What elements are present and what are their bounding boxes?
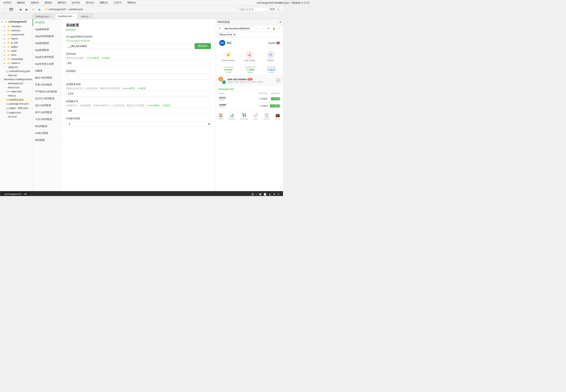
appvername-ios-link[interactable]: iOS配置 — [138, 87, 146, 90]
config-guide-link[interactable]: 配置指南 — [66, 28, 211, 32]
sidebar-item-packagelock[interactable]: [ ] package-lock.json — [0, 102, 32, 106]
sidebar-item-pages[interactable]: ▸ 📁 pages — [0, 45, 32, 49]
footer-exchange[interactable]: 💱 exchange — [240, 113, 248, 120]
price-card-deposit[interactable]: 💰 Quick deposit — [218, 51, 239, 62]
sidebar-item-favicon[interactable]: · favicon.ico — [0, 85, 32, 90]
bottom-close-button[interactable]: ✕ — [277, 193, 280, 196]
browser-back-button[interactable]: ← — [256, 26, 260, 31]
menu-tools[interactable]: 工具(T) — [112, 0, 123, 5]
menu-run[interactable]: 运行(R) — [70, 0, 82, 5]
browser-url-input[interactable] — [223, 26, 255, 31]
config-nav-kuaishou[interactable]: 快手小程序配置 — [33, 109, 61, 116]
settings-tab-close[interactable]: ✕ — [51, 15, 52, 17]
save-button[interactable]: 💾 — [8, 7, 14, 12]
sidebar-item-gitignore[interactable]: · .gitignore — [0, 65, 32, 69]
menu-edit[interactable]: 编辑(E) — [15, 0, 27, 5]
footer-markets[interactable]: 📊 Markets — [228, 113, 235, 120]
lang-selector[interactable]: English — [268, 42, 280, 44]
config-nav-h5[interactable]: h5配置 — [33, 68, 61, 74]
menu-find[interactable]: 查找(I) — [43, 0, 53, 5]
config-nav-appstart[interactable]: App启动界面配置 — [33, 33, 61, 40]
sidebar-item-appvue[interactable]: · App.vue — [0, 73, 32, 77]
price-card-lock[interactable]: 🔒 Lock mining — [239, 51, 260, 62]
star-button[interactable]: ☆ — [30, 7, 36, 12]
safe-arrow-button[interactable]: › — [276, 78, 281, 83]
bottom-down-button[interactable]: ▼ — [273, 193, 276, 196]
sidebar-item-hybrid[interactable]: ▸ 📁 hybrid — [0, 37, 32, 41]
bottom-up-button[interactable]: ▲ — [268, 193, 271, 196]
appname-ios-link[interactable]: iOS配置 — [102, 57, 110, 59]
run-button[interactable]: ▶ — [37, 7, 43, 12]
sidebar-item-static[interactable]: ▸ 📁 static — [0, 49, 32, 53]
config-nav-appplugin[interactable]: App原生插件配置 — [33, 54, 61, 61]
browser-reload-icon[interactable]: ↻ — [218, 26, 222, 31]
safe-banner[interactable]: ₿ T safe and reliable HOT support usdt. … — [216, 75, 283, 86]
menu-select[interactable]: 选择(S) — [29, 0, 41, 5]
config-nav-baidu[interactable]: 百度小程序配置 — [33, 81, 61, 88]
appid-refresh-button[interactable]: 重新获取 — [194, 43, 211, 49]
appname-input[interactable] — [66, 60, 211, 66]
footer-lever[interactable]: 📈 lever — [253, 113, 258, 120]
browser-star-button[interactable]: ☆ — [277, 26, 281, 31]
mainjs-tab-close[interactable]: ✕ — [90, 15, 91, 17]
breadcrumb-root[interactable]: exChangeUni37 — [49, 8, 66, 11]
sidebar-item-mainjs[interactable]: · main.js — [0, 94, 32, 98]
footer-contract[interactable]: 📋 contract — [263, 113, 270, 120]
sidebar-item-store[interactable]: ▸ 📁 store — [0, 53, 32, 57]
bottom-copy-button[interactable]: 📋 — [263, 193, 267, 196]
bottom-tab-console[interactable]: exChangeUni37 - H5 — [2, 192, 29, 196]
appvername-android-link[interactable]: Android配置 — [123, 87, 135, 90]
sidebar-item-uviewui[interactable]: ▸ 📁 uview-ui — [0, 61, 32, 65]
appvernum-input[interactable] — [66, 108, 211, 113]
config-nav-source[interactable]: 源码视图 — [33, 137, 61, 144]
bottom-clear-button[interactable]: 🗑 — [251, 193, 254, 196]
bottom-scroll-button[interactable]: ↕ — [256, 193, 257, 196]
tab-manifest[interactable]: manifest.json ✕ — [55, 14, 78, 19]
menu-publish[interactable]: 发行(U) — [84, 0, 96, 5]
config-nav-feishu[interactable]: 飞书小程序配置 — [33, 116, 61, 123]
filter-button[interactable]: 筛选 — [270, 8, 275, 11]
menu-file[interactable]: 文件(F) — [2, 0, 13, 5]
appid-input[interactable] — [66, 43, 193, 49]
manifest-tab-close[interactable]: ✕ — [73, 15, 75, 17]
config-nav-basic[interactable]: 基础配置 — [33, 19, 61, 26]
sidebar-item-androidprivacy[interactable]: [ ] androidPrivacy.json — [0, 69, 32, 73]
config-nav-appother[interactable]: App常用其它设置 — [33, 61, 61, 68]
config-nav-alipay[interactable]: 支付宝小程序配置 — [33, 95, 61, 102]
sidebar-item-hbuilderx[interactable]: ▸ 📁 .hbuilderx — [0, 24, 32, 28]
browser-refresh-button[interactable]: ↻ — [266, 26, 271, 31]
config-nav-unistat[interactable]: uni统计配置 — [33, 130, 61, 137]
config-nav-appmodule[interactable]: App模块配置 — [33, 40, 61, 47]
appdesc-input[interactable] — [66, 74, 211, 79]
back-button[interactable]: ◀ — [17, 7, 23, 12]
sidebar-item-uniscss[interactable]: · uni.scss — [0, 115, 32, 119]
footer-assets[interactable]: 💼 assets — [275, 113, 280, 120]
sidebar-item-manifest[interactable]: [ ] manifest.json — [0, 98, 32, 102]
price-card-service[interactable]: ⚙ Service — [260, 51, 281, 62]
config-nav-wechat[interactable]: 微信小程序配置 — [33, 74, 61, 81]
config-nav-appicon[interactable]: App图标配置 — [33, 26, 61, 33]
appvername-input[interactable] — [66, 91, 211, 97]
menu-goto[interactable]: 跳转(G) — [56, 0, 68, 5]
config-nav-qq[interactable]: QQ小程序配置 — [33, 102, 61, 109]
vue-select[interactable]: 2 3 — [66, 121, 211, 127]
sidebar-item-pagesjson[interactable]: [ ] pages.json — [0, 111, 32, 115]
config-nav-quickapp[interactable]: 快应用配置 — [33, 123, 61, 130]
appname-android-link[interactable]: Android配置 — [87, 57, 99, 59]
sidebar-item-pagescopy[interactable]: [ ] pages - 副本.json — [0, 106, 32, 111]
sidebar-item-unpackage[interactable]: ▸ 📁 unpackage — [0, 57, 32, 61]
appvernum-android-link[interactable]: Android配置 — [147, 104, 160, 107]
tab-mainis[interactable]: main.js ✕ — [78, 14, 94, 19]
forward-button[interactable]: ▶ — [24, 7, 30, 12]
config-nav-bytedance[interactable]: 字节跳动小程序配置 — [33, 88, 61, 95]
search-input[interactable] — [242, 8, 266, 11]
menu-help[interactable]: 帮助(H) — [126, 0, 137, 5]
sidebar-item-components[interactable]: ▸ 📁 components — [0, 33, 32, 37]
appvernum-ios-link[interactable]: iOS配置 — [162, 104, 171, 107]
sidebar-item-jssdk[interactable]: ▸ 📁 js_sdk — [0, 41, 32, 45]
collapse-button[interactable]: « — [276, 7, 281, 12]
browser-close-button[interactable]: ✕ — [279, 21, 281, 24]
browser-forward-button[interactable]: → — [261, 26, 266, 31]
sidebar-item-devp12[interactable]: · developer.p12 — [0, 81, 32, 85]
breadcrumb-file[interactable]: manifest.json — [69, 8, 83, 11]
